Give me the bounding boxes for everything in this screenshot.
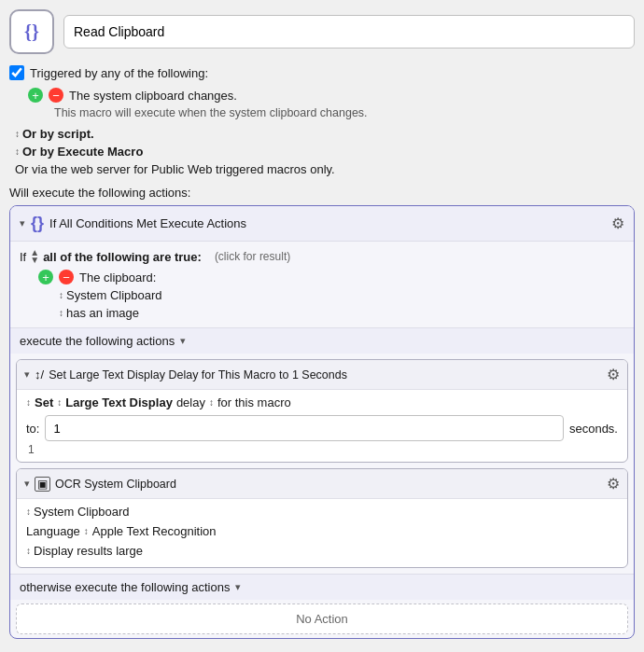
- ocr-language-value[interactable]: Apple Text Recognition: [92, 524, 217, 538]
- to-label: to:: [26, 422, 39, 436]
- ocr-system-clipboard-label[interactable]: System Clipboard: [34, 505, 130, 519]
- or-by-script-row[interactable]: ↕ Or by script.: [15, 127, 635, 141]
- macro-icon: {}: [9, 9, 54, 54]
- or-by-execute-macro-row[interactable]: ↕ Or by Execute Macro: [15, 145, 635, 159]
- ocr-action-header-left: ▾ ▣ OCR System Clipboard: [24, 477, 176, 492]
- trigger-description: This macro will execute when the system …: [54, 106, 635, 119]
- condition-title: If All Conditions Met Execute Actions: [49, 216, 246, 230]
- ocr-system-clipboard-row: ↕ System Clipboard: [26, 505, 618, 519]
- ocr-action-title: OCR System Clipboard: [55, 478, 176, 491]
- add-clipboard-button[interactable]: +: [38, 270, 53, 284]
- ocr-action-header: ▾ ▣ OCR System Clipboard ⚙: [17, 469, 627, 499]
- click-result-label[interactable]: (click for result): [215, 250, 290, 263]
- execute-actions-chevron[interactable]: ▾: [180, 335, 186, 347]
- ocr-action-gear-icon[interactable]: ⚙: [607, 475, 620, 492]
- set-action-chevron[interactable]: ▾: [24, 368, 30, 381]
- clipboard-item-row: + − The clipboard:: [38, 270, 624, 284]
- ocr-monitor-icon: ▣: [35, 477, 50, 492]
- trigger-header-label: Triggered by any of the following:: [30, 66, 208, 80]
- set-action-icon: ↕/: [35, 368, 44, 381]
- no-action-label: No Action: [296, 612, 348, 626]
- set-label: Set: [35, 395, 53, 409]
- set-action-header-left: ▾ ↕/ Set Large Text Display Delay for Th…: [24, 368, 347, 381]
- ocr-display-arrow[interactable]: ↕: [26, 546, 31, 556]
- trigger-section: Triggered by any of the following: + − T…: [9, 65, 635, 176]
- trigger-header: Triggered by any of the following:: [9, 65, 635, 80]
- to-value-input[interactable]: [45, 415, 563, 441]
- ocr-language-label: Language: [26, 524, 80, 538]
- remove-clipboard-button[interactable]: −: [59, 270, 74, 284]
- will-execute-label: Will execute the following actions:: [9, 186, 635, 200]
- remove-trigger-button[interactable]: −: [49, 88, 63, 103]
- otherwise-label: otherwise execute the following actions: [20, 580, 230, 594]
- set-action-body: ↕ Set ↕ Large Text Display delay ↕ for t…: [17, 390, 627, 462]
- condition-collapse-chevron[interactable]: ▾: [20, 217, 25, 229]
- ocr-clipboard-arrow[interactable]: ↕: [26, 506, 31, 517]
- seconds-label: seconds.: [569, 422, 618, 436]
- for-this-macro-label: for this macro: [217, 395, 291, 409]
- condition-header: ▾ {} If All Conditions Met Execute Actio…: [10, 206, 634, 242]
- has-image-row: ↕ has an image: [59, 306, 624, 320]
- set-action-block: ▾ ↕/ Set Large Text Display Delay for Th…: [16, 359, 628, 463]
- for-this-macro-arrow[interactable]: ↕: [209, 397, 214, 408]
- macro-name-input[interactable]: [63, 15, 635, 49]
- svg-text:{}: {}: [24, 21, 39, 42]
- execute-actions-label: execute the following actions: [20, 334, 175, 348]
- system-clipboard-row: ↕ System Clipboard: [59, 288, 624, 302]
- trigger-item-row: + − The system clipboard changes.: [28, 88, 635, 103]
- triggered-checkbox[interactable]: [9, 65, 24, 80]
- otherwise-chevron[interactable]: ▾: [235, 581, 241, 593]
- set-action-title: Set Large Text Display Delay for This Ma…: [49, 368, 347, 381]
- to-line: to: seconds.: [26, 415, 618, 441]
- or-via-web-label: Or via the web server for Public Web tri…: [15, 162, 635, 176]
- ocr-language-row: Language ↕ Apple Text Recognition: [26, 524, 618, 538]
- set-label-arrow[interactable]: ↕: [26, 397, 31, 408]
- all-following-label: all of the following are true:: [43, 250, 202, 264]
- condition-gear-icon[interactable]: ⚙: [611, 215, 624, 232]
- ocr-action-block: ▾ ▣ OCR System Clipboard ⚙ ↕ System Clip…: [16, 468, 628, 568]
- large-text-arrow[interactable]: ↕: [57, 397, 62, 408]
- condition-body: If ▲▼ all of the following are true: (cl…: [10, 242, 634, 327]
- or-by-execute-macro-label: Or by Execute Macro: [22, 145, 143, 159]
- set-line: ↕ Set ↕ Large Text Display delay ↕ for t…: [26, 395, 618, 409]
- set-action-note: 1: [26, 443, 618, 456]
- has-image-label[interactable]: has an image: [66, 306, 139, 320]
- system-clipboard-label[interactable]: System Clipboard: [66, 288, 162, 302]
- has-image-arrow[interactable]: ↕: [59, 308, 63, 318]
- condition-block: ▾ {} If All Conditions Met Execute Actio…: [9, 205, 635, 639]
- or-by-script-label: Or by script.: [22, 127, 94, 141]
- if-all-line: If ▲▼ all of the following are true: (cl…: [20, 249, 624, 264]
- large-text-label: Large Text Display: [65, 395, 173, 409]
- if-label: If: [20, 250, 26, 264]
- or-macro-chevron: ↕: [15, 146, 20, 157]
- ocr-display-label[interactable]: Display results large: [34, 544, 143, 558]
- condition-curly-icon: {}: [31, 214, 44, 233]
- condition-header-left: ▾ {} If All Conditions Met Execute Actio…: [20, 214, 246, 233]
- otherwise-bar[interactable]: otherwise execute the following actions …: [10, 574, 634, 600]
- delay-label: delay: [176, 395, 205, 409]
- ocr-display-row: ↕ Display results large: [26, 544, 618, 558]
- ocr-action-body: ↕ System Clipboard Language ↕ Apple Text…: [17, 499, 627, 567]
- sort-icon: ▲▼: [30, 249, 39, 264]
- execute-actions-bar[interactable]: execute the following actions ▾: [10, 327, 634, 354]
- trigger-item-label: The system clipboard changes.: [69, 89, 237, 103]
- or-script-chevron: ↕: [15, 129, 20, 139]
- macro-header: {}: [9, 9, 635, 54]
- add-trigger-button[interactable]: +: [28, 88, 43, 103]
- ocr-action-chevron[interactable]: ▾: [24, 478, 30, 490]
- clipboard-label: The clipboard:: [79, 271, 156, 284]
- set-action-header: ▾ ↕/ Set Large Text Display Delay for Th…: [17, 360, 627, 390]
- system-clipboard-arrow[interactable]: ↕: [59, 290, 63, 300]
- set-action-gear-icon[interactable]: ⚙: [607, 366, 620, 383]
- ocr-language-arrow[interactable]: ↕: [84, 526, 89, 536]
- no-action-row: No Action: [16, 603, 628, 634]
